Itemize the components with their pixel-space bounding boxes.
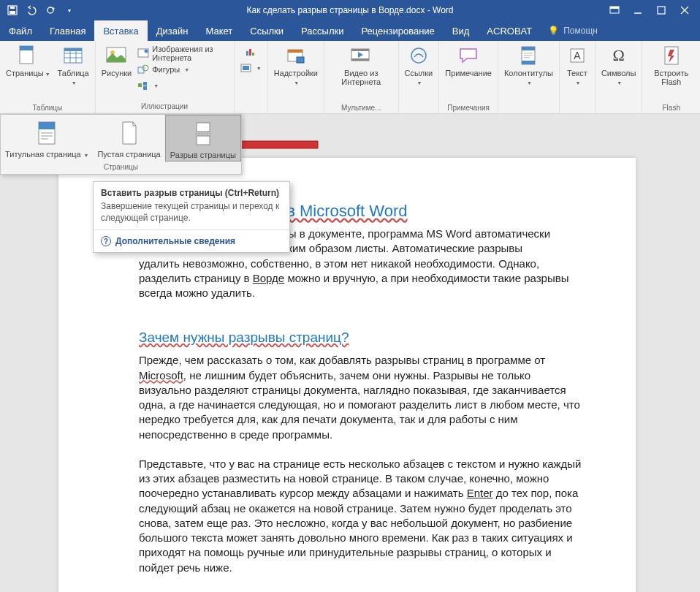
text-label: Текст [567, 69, 587, 77]
comment-button[interactable]: Примечание [442, 42, 495, 79]
svg-rect-27 [246, 51, 248, 56]
tooltip-title: Вставить разрыв страницы (Ctrl+Return) [94, 182, 289, 201]
tab-home[interactable]: Главная [41, 20, 94, 41]
group-label-media: Мультиме... [341, 104, 381, 113]
tab-file[interactable]: Файл [0, 20, 41, 41]
smartart-button[interactable]: ▼ [134, 77, 230, 94]
tab-design[interactable]: Дизайн [148, 20, 197, 41]
chevron-down-icon: ▼ [45, 72, 50, 77]
page-break-button[interactable]: Разрыв страницы [165, 115, 241, 162]
screenshot-button[interactable]: ▼ [237, 60, 265, 76]
doc-paragraph-2: Прежде, чем рассказать о том, как добавл… [139, 353, 585, 442]
svg-rect-28 [249, 49, 251, 56]
svg-rect-50 [41, 132, 53, 134]
svg-rect-43 [524, 55, 533, 56]
titlebar: ▾ Как сделать разрыв страницы в Ворде.do… [0, 0, 700, 20]
ribbon-group-text: A Текст▼ [560, 41, 596, 113]
symbols-button[interactable]: Ω Символы▼ [598, 42, 639, 88]
blank-page-icon [115, 119, 144, 148]
embed-flash-button[interactable]: Встроить Flash [645, 42, 697, 88]
flash-icon [660, 44, 683, 67]
chevron-down-icon: ▼ [83, 153, 89, 158]
tab-acrobat[interactable]: ACROBAT [478, 20, 541, 41]
tab-insert[interactable]: Вставка [94, 20, 147, 41]
links-button[interactable]: Ссылки▼ [402, 42, 436, 88]
ribbon-group-media: Видео из Интернета Мультиме... [324, 41, 399, 113]
svg-point-3 [47, 7, 53, 13]
svg-point-38 [411, 48, 426, 63]
group-label-flash: Flash [663, 104, 680, 113]
screenshot-icon [240, 62, 252, 74]
chart-button[interactable] [242, 44, 259, 60]
window-controls [609, 5, 700, 15]
minimize-icon[interactable] [633, 5, 643, 15]
group-label-tables: Таблицы [32, 104, 62, 113]
ribbon-group-comments: Примечание Примечания [439, 41, 498, 113]
comment-icon [457, 44, 480, 67]
tooltip: Вставить разрыв страницы (Ctrl+Return) З… [93, 181, 290, 253]
svg-point-21 [145, 50, 148, 53]
window-title: Как сделать разрыв страницы в Ворде.docx… [246, 5, 453, 15]
doc-paragraph-3: Представьте, что у вас на странице есть … [139, 457, 585, 575]
svg-text:A: A [574, 50, 581, 61]
headerfooter-button[interactable]: Колонтитулы▼ [501, 42, 556, 88]
chevron-down-icon: ▼ [416, 80, 422, 86]
lightbulb-icon: 💡 [548, 26, 559, 36]
chevron-down-icon: ▼ [294, 80, 299, 86]
tab-review[interactable]: Рецензирование [352, 20, 443, 41]
ribbon-tabs: Файл Главная Вставка Дизайн Макет Ссылки… [0, 20, 700, 41]
tab-layout[interactable]: Макет [197, 20, 241, 41]
table-icon [61, 44, 85, 67]
info-icon: ? [101, 236, 111, 246]
textbox-icon: A [566, 44, 589, 67]
svg-rect-42 [524, 53, 533, 54]
pages-group-label: Страницы [1, 162, 241, 174]
chevron-down-icon: ▼ [72, 80, 77, 86]
table-button[interactable]: Таблица▼ [55, 42, 92, 88]
svg-rect-36 [351, 49, 369, 51]
chevron-down-icon: ▼ [617, 80, 622, 86]
online-video-label: Видео из Интернета [330, 69, 392, 86]
chevron-down-icon: ▼ [527, 80, 532, 86]
ribbon-group-illustrations: Рисунки Изображения из Интернета Фигуры … [96, 41, 235, 113]
maximize-icon[interactable] [656, 5, 666, 15]
pages-button[interactable]: Страницы▼ [3, 42, 53, 88]
shapes-button[interactable]: Фигуры ▼ [134, 61, 230, 77]
ribbon-display-icon[interactable] [609, 5, 620, 15]
tab-view[interactable]: Вид [444, 20, 479, 41]
svg-rect-1 [9, 11, 15, 14]
tooltip-more-info[interactable]: ? Дополнительные сведения [94, 229, 289, 252]
pictures-button[interactable]: Рисунки [99, 42, 135, 79]
tab-mailings[interactable]: Рассылки [292, 20, 352, 41]
chevron-down-icon: ▼ [256, 66, 262, 71]
svg-rect-52 [41, 138, 48, 140]
comment-label: Примечание [445, 69, 492, 77]
tell-me-search[interactable]: 💡 Помощн [541, 20, 605, 41]
pictures-icon [104, 44, 128, 67]
ribbon-group-tables: Страницы▼ Таблица▼ Таблицы [0, 41, 96, 113]
blank-page-button[interactable]: Пустая страница [93, 115, 164, 162]
svg-rect-5 [610, 7, 619, 9]
links-label: Ссылки [405, 69, 433, 77]
svg-rect-54 [197, 136, 210, 145]
svg-rect-40 [522, 47, 535, 50]
addins-button[interactable]: Надстройки▼ [271, 42, 321, 88]
redo-icon[interactable] [45, 5, 56, 15]
headerfooter-label: Колонтитулы [504, 69, 553, 77]
online-video-button[interactable]: Видео из Интернета [327, 42, 395, 88]
save-icon[interactable] [7, 5, 18, 15]
online-pictures-button[interactable]: Изображения из Интернета [134, 45, 230, 61]
qat-dropdown-icon[interactable]: ▾ [64, 5, 75, 15]
tab-references[interactable]: Ссылки [241, 20, 292, 41]
pictures-label: Рисунки [102, 69, 132, 77]
cover-page-button[interactable]: Титульная страница ▼ [1, 115, 93, 162]
chevron-down-icon: ▼ [575, 80, 580, 86]
svg-rect-24 [138, 83, 142, 87]
svg-rect-49 [39, 122, 55, 129]
table-label: Таблица [58, 69, 89, 77]
svg-rect-7 [658, 7, 665, 14]
undo-icon[interactable] [26, 5, 37, 15]
svg-rect-31 [243, 66, 249, 70]
close-icon[interactable] [680, 5, 690, 15]
text-button[interactable]: A Текст▼ [563, 42, 592, 88]
